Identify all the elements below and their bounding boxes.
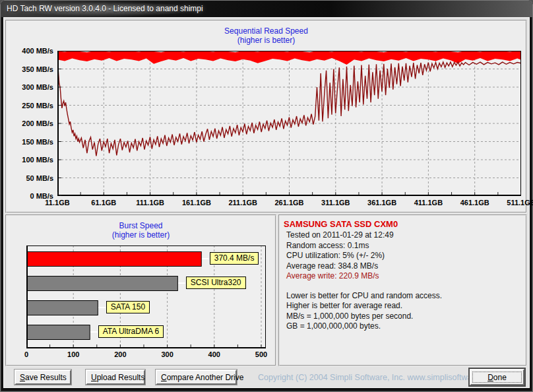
seq-x-tick: 61.1GB <box>91 199 116 207</box>
seq-chart-title: Sequential Read Speed <box>7 26 526 36</box>
seq-chart-canvas <box>57 51 521 196</box>
cpu-utilization-line: CPU utilization: 5% (+/- 2%) <box>286 251 526 261</box>
done-label: Done <box>475 373 519 382</box>
client-area: Sequential Read Speed (higher is better)… <box>3 17 530 388</box>
seq-y-tick: 350 MB/s <box>7 65 53 74</box>
upload-results-button[interactable]: Upload Results <box>86 370 145 385</box>
burst-bar-label: 370.4 MB/s <box>210 252 259 265</box>
average-write-line: Average write: 220.9 MB/s <box>286 271 526 282</box>
burst-x-tick: 0 <box>24 350 28 358</box>
note-line: GB = 1,000,000,000 bytes. <box>286 321 526 332</box>
upload-results-label: Upload Results <box>91 373 140 382</box>
info-spacer <box>280 282 526 291</box>
random-access-line: Random access: 0.1ms <box>286 241 526 251</box>
drive-info-panel: SAMSUNG SATA SSD CXM0 Tested on 2011-01-… <box>278 214 527 366</box>
seq-x-tick: 411.1GB <box>414 199 443 207</box>
app-window: HD Tach RW version 3.0.4.0 - Licensed to… <box>0 0 533 392</box>
save-results-button[interactable]: Save Results <box>15 370 71 385</box>
seq-x-tick: 11.1GB <box>45 199 69 207</box>
seq-y-tick: 300 MB/s <box>7 82 53 92</box>
compare-another-drive-button[interactable]: Compare Another Drive <box>156 370 237 385</box>
seq-y-tick: 50 MB/s <box>7 174 53 183</box>
seq-plot-area <box>57 51 521 196</box>
note-line: Lower is better for CPU and random acces… <box>286 291 526 302</box>
average-read-line: Average read: 384.8 MB/s <box>286 261 526 272</box>
title-bar[interactable]: HD Tach RW version 3.0.4.0 - Licensed to… <box>1 1 532 17</box>
burst-bar-label: SATA 150 <box>106 301 150 313</box>
tested-on-line: Tested on 2011-01-29 at 12:49 <box>286 230 526 241</box>
seq-x-tick: 111.1GB <box>136 199 164 207</box>
seq-y-tick: 150 MB/s <box>7 137 53 147</box>
burst-x-tick: 400 <box>208 350 220 358</box>
drive-name: SAMSUNG SATA SSD CXM0 <box>284 219 526 229</box>
seq-x-tick: 511.1GB <box>507 199 533 207</box>
note-line: MB/s = 1,000,000 bytes per second. <box>286 311 526 322</box>
seq-y-tick: 200 MB/s <box>7 119 53 128</box>
window-title: HD Tach RW version 3.0.4.0 - Licensed to… <box>7 4 203 13</box>
seq-x-tick: 361.1GB <box>367 199 396 207</box>
seq-x-tick: 461.1GB <box>460 199 489 207</box>
seq-y-tick: 250 MB/s <box>7 101 53 110</box>
burst-chart-subtitle: (higher is better) <box>7 230 275 240</box>
compare-another-drive-label: Compare Another Drive <box>161 373 232 382</box>
burst-bar-label: SCSI Ultra320 <box>186 277 246 289</box>
burst-bar-label: ATA UltraDMA 6 <box>98 325 164 338</box>
burst-x-tick: 300 <box>161 350 173 358</box>
burst-chart-title: Burst Speed <box>7 221 275 230</box>
burst-x-tick: 500 <box>255 350 267 358</box>
seq-chart-subtitle: (higher is better) <box>7 36 526 45</box>
seq-x-tick: 311.1GB <box>321 199 350 207</box>
sequential-read-panel: Sequential Read Speed (higher is better)… <box>5 20 527 213</box>
seq-y-tick: 400 MB/s <box>7 46 53 55</box>
seq-y-tick: 100 MB/s <box>7 155 53 164</box>
seq-x-tick: 261.1GB <box>274 199 303 207</box>
burst-speed-panel: Burst Speed (higher is better) 370.4 MB/… <box>5 214 276 366</box>
note-line: Higher is better for average read. <box>286 301 526 311</box>
copyright-text: Copyright (C) 2004 Simpli Software, Inc.… <box>258 373 497 382</box>
save-results-label: Save Results <box>20 373 66 382</box>
seq-x-tick: 161.1GB <box>182 199 211 207</box>
burst-x-tick: 200 <box>114 350 126 358</box>
seq-x-tick: 211.1GB <box>228 199 257 207</box>
burst-x-tick: 100 <box>67 350 79 358</box>
done-button[interactable]: Done <box>470 369 524 385</box>
